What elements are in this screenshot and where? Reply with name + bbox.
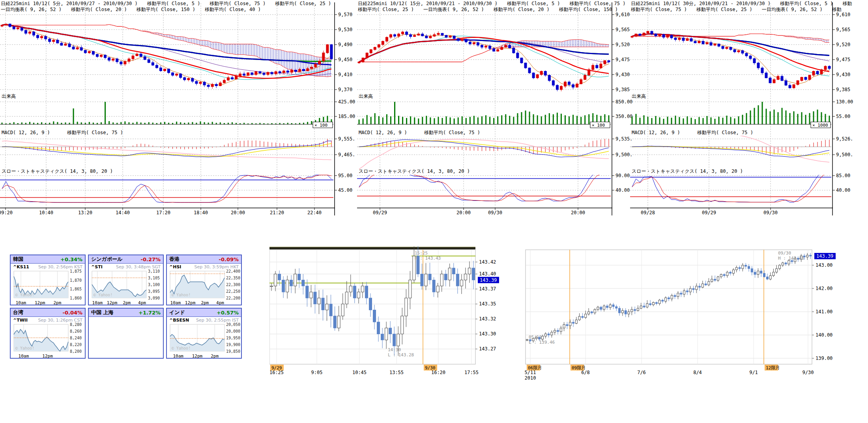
- market-symbol: ^BSESN: [169, 318, 189, 323]
- nikkei225mini-30min-chart: 出来高× 1000MACD( 12, 26, 9 )移動平均( Close, 7…: [630, 0, 868, 218]
- svg-text:9,530: 9,530: [338, 27, 352, 32]
- market-sparkline-chart: 8,2808,2608,2408,2208,20010am12pm© Yahoo…: [11, 323, 84, 361]
- volume-bars: [2, 102, 332, 124]
- market-change-pct: +0.57%: [217, 310, 239, 316]
- svg-text:17:20: 17:20: [156, 210, 170, 215]
- market-widget-body: ^BSESN Sep 30, 2:55pm IST 20,05020,00019…: [167, 317, 241, 362]
- svg-text:16:25: 16:25: [269, 370, 284, 375]
- chart-subtitle: 移動平均( Close, 25 ) 一目均衡表( 9, 26, 52 ) 移動平…: [358, 6, 618, 13]
- price-pane: [358, 31, 610, 92]
- market-timestamp: Sep 30, 2:55pm IST: [196, 318, 239, 323]
- svg-text:141.00: 141.00: [816, 309, 832, 314]
- svg-text:143.42: 143.42: [479, 259, 496, 265]
- svg-text:4pm: 4pm: [138, 300, 146, 305]
- chart-subtitle: 移動平均( Close, 75 ) 移動平均( Close, 25 ) 一目均衡…: [631, 6, 842, 13]
- svg-text:4pm: 4pm: [216, 300, 224, 305]
- market-widget-korea[interactable]: 韓国 +0.34% ^KS11 Sep 30, 2:56pm KST 1,875…: [10, 255, 86, 305]
- annotation-low: 05/11: [529, 335, 542, 340]
- svg-text:1,870: 1,870: [70, 278, 82, 283]
- market-sparkline-chart: 1,8751,8701,8651,86010am12pm2pm© Yahoo!: [11, 270, 84, 307]
- market-change-pct: +1.72%: [138, 310, 161, 316]
- svg-text:143.37: 143.37: [479, 286, 496, 292]
- market-name: 香港: [169, 256, 180, 263]
- svg-text:12pm: 12pm: [192, 354, 203, 359]
- svg-text:1,875: 1,875: [70, 270, 82, 273]
- market-widget-india[interactable]: インド +0.57% ^BSESN Sep 30, 2:55pm IST 20,…: [166, 308, 242, 359]
- svg-text:3,110: 3,110: [148, 270, 160, 273]
- svg-text:3,105: 3,105: [148, 276, 160, 280]
- stochastics-pane: [0, 175, 333, 203]
- svg-text:9,385: 9,385: [615, 87, 630, 92]
- svg-text:MACD( 12, 26, 9 ): MACD( 12, 26, 9 ): [632, 130, 680, 135]
- svg-text:20,000: 20,000: [226, 329, 240, 333]
- svg-text:13:20: 13:20: [78, 210, 92, 215]
- svg-text:移動平均( Close, 75 ): 移動平均( Close, 75 ): [697, 130, 753, 135]
- svg-text:10am: 10am: [173, 354, 183, 359]
- svg-text:スロー・ストキャスティクス( 14, 3, 80, 20 ): スロー・ストキャスティクス( 14, 3, 80, 20 ): [632, 168, 743, 174]
- market-widget-header: シンガポール -0.27%: [89, 255, 163, 264]
- svg-text:L : 143.28: L : 143.28: [388, 352, 414, 357]
- svg-text:143.27: 143.27: [479, 346, 496, 352]
- macd-pane: [357, 139, 611, 169]
- svg-text:9,475: 9,475: [615, 57, 630, 62]
- svg-text:出来高: 出来高: [2, 94, 16, 99]
- svg-text:40.00: 40.00: [836, 187, 850, 193]
- svg-text:3,100: 3,100: [148, 283, 160, 287]
- svg-text:143.32: 143.32: [479, 316, 496, 322]
- nikkei225mini-15min-chart-panel: 日経225mini 10/12( 15分, 2010/09/21 - 2010/…: [357, 0, 633, 218]
- svg-text:19,900: 19,900: [226, 343, 240, 347]
- svg-text:5/11: 5/11: [525, 370, 536, 375]
- svg-text:H : 143.43: H : 143.43: [415, 256, 441, 261]
- svg-text:20:00: 20:00: [456, 210, 471, 215]
- nikkei225mini-15min-chart: 出来高× 100MACD( 12, 26, 9 )移動平均( Close, 75…: [357, 0, 633, 218]
- svg-text:09/29: 09/29: [702, 210, 716, 215]
- market-name: 中国 上海: [91, 309, 114, 316]
- svg-text:9,520: 9,520: [836, 42, 850, 47]
- svg-text:185.00: 185.00: [338, 114, 355, 119]
- market-widget-header: インド +0.57%: [167, 309, 241, 317]
- svg-text:20:00: 20:00: [231, 210, 245, 215]
- volume-bars: [359, 102, 610, 124]
- svg-text:9,475: 9,475: [836, 57, 850, 62]
- svg-text:55.00: 55.00: [836, 114, 850, 119]
- svg-text:09/30: 09/30: [488, 210, 502, 215]
- market-widget-hongkong[interactable]: 香港 -0.09% ^HSI Sep 30, 3:59pm HKT 22,400…: [166, 255, 242, 305]
- svg-text:17:55: 17:55: [464, 370, 479, 375]
- svg-text:09/30: 09/30: [763, 210, 778, 215]
- svg-text:× 100: × 100: [314, 123, 327, 128]
- macd-pane: [630, 123, 831, 162]
- svg-text:10:40: 10:40: [39, 210, 53, 215]
- svg-text:140.00: 140.00: [816, 332, 832, 338]
- svg-text:09/29: 09/29: [373, 210, 387, 215]
- svg-text:出来高: 出来高: [632, 94, 646, 99]
- svg-text:出来高: 出来高: [359, 94, 373, 99]
- svg-text:19,850: 19,850: [226, 349, 240, 354]
- svg-text:16:20: 16:20: [431, 370, 445, 375]
- market-sparkline-chart: 20,05020,00019,95019,90019,85010am12pm2p…: [167, 323, 240, 361]
- svg-text:20:00: 20:00: [571, 210, 585, 215]
- stochastics-pane: [357, 174, 611, 201]
- market-timestamp: Sep 30, 3:48pm SGT: [116, 264, 161, 270]
- svg-text:8,260: 8,260: [70, 329, 82, 333]
- market-sparkline-chart: 3,1103,1053,1003,0953,09010am12pm2pm4pm©…: [89, 270, 162, 307]
- svg-text:139.00: 139.00: [816, 356, 832, 361]
- stochastics-pane: [630, 172, 831, 202]
- svg-text:9,520: 9,520: [615, 42, 630, 47]
- market-widget-body: ^HSI Sep 30, 3:59pm HKT 22,40022,35022,3…: [167, 264, 241, 309]
- svg-text:H : 143.43: H : 143.43: [778, 256, 804, 261]
- svg-text:13:55: 13:55: [389, 370, 404, 375]
- market-widget-china-shanghai[interactable]: 中国 上海 +1.72%: [88, 308, 164, 359]
- svg-text:9,430: 9,430: [615, 72, 630, 77]
- market-widget-singapore[interactable]: シンガポール -0.27% ^STI Sep 30, 3:48pm SGT 3,…: [88, 255, 164, 305]
- svg-text:12pm: 12pm: [107, 300, 118, 305]
- svg-text:2pm: 2pm: [123, 300, 131, 305]
- svg-text:8,200: 8,200: [70, 349, 82, 354]
- svg-text:スロー・ストキャスティクス( 14, 3, 80, 20 ): スロー・ストキャスティクス( 14, 3, 80, 20 ): [2, 168, 113, 174]
- svg-text:9,490: 9,490: [338, 42, 352, 47]
- trading-dashboard: 日経225mini 10/12( 5分, 2010/09/27 - 2010/0…: [0, 0, 868, 423]
- svg-text:40.00: 40.00: [615, 187, 630, 193]
- svg-text:9/1: 9/1: [749, 370, 758, 375]
- market-widget-taiwan[interactable]: 台湾 -0.04% ^TWII Sep 30, 1:26pm CST 8,280…: [10, 308, 86, 359]
- svg-text:22:40: 22:40: [307, 210, 322, 215]
- chart-subtitle: 一目均衡表( 9, 26, 52 ) 移動平均( Close, 20 ) 移動平…: [1, 6, 261, 13]
